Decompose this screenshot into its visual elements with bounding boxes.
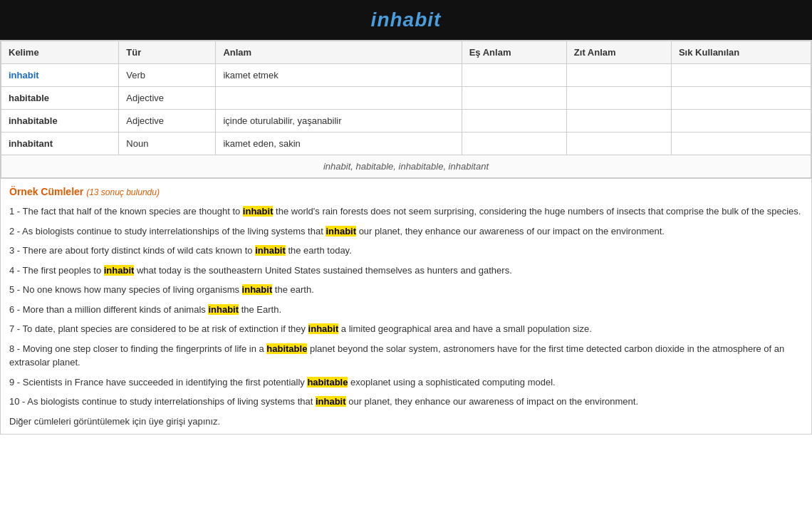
col-header-anlam: Anlam	[216, 41, 462, 64]
sentence-text: - There are about forty distinct kinds o…	[17, 245, 255, 256]
examples-header: Örnek Cümleler (13 sonuç bulundu)	[9, 186, 803, 197]
examples-list: 1 - The fact that half of the known spec…	[9, 204, 803, 409]
cell-word: inhabitable	[1, 110, 119, 132]
example-sentence: 7 - To date, plant species are considere…	[9, 322, 803, 336]
examples-title: Örnek Cümleler	[9, 186, 83, 197]
cell-type: Adjective	[119, 87, 216, 110]
highlighted-word: inhabit	[242, 284, 273, 295]
table-row: inhabitVerbikamet etmek	[1, 64, 811, 87]
cell-meaning: ikamet eden, sakin	[216, 132, 462, 155]
sentence-text: the Earth.	[239, 304, 281, 315]
dictionary-table: Kelime Tür Anlam Eş Anlam Zıt Anlam Sık …	[1, 41, 811, 178]
example-sentence: 6 - More than a million different kinds …	[9, 303, 803, 317]
word-text: inhabitant	[9, 138, 53, 149]
highlighted-word: inhabit	[104, 265, 135, 276]
cell-word[interactable]: inhabit	[1, 64, 119, 87]
col-header-zit-anlam: Zıt Anlam	[566, 41, 671, 64]
footer-note: Diğer cümleleri görüntülemek için üye gi…	[9, 416, 803, 427]
sentence-text: - No one knows how many species of livin…	[17, 284, 242, 295]
highlighted-word: inhabit	[255, 245, 286, 256]
cell-antonym	[566, 87, 671, 110]
cell-word: inhabitant	[1, 132, 119, 155]
sentence-text: - As biologists continue to study interr…	[22, 396, 316, 407]
sentence-text: - More than a million different kinds of…	[17, 304, 209, 315]
col-header-tur: Tür	[119, 41, 216, 64]
table-row: inhabitantNounikamet eden, sakin	[1, 132, 811, 155]
sentence-text: the world's rain forests does not seem s…	[273, 206, 801, 217]
highlighted-word: habitable	[266, 343, 307, 354]
example-sentence: 1 - The fact that half of the known spec…	[9, 204, 803, 219]
cell-antonym	[566, 64, 671, 87]
cell-meaning	[216, 87, 462, 110]
sentence-number: 6	[9, 304, 17, 315]
cell-common	[671, 87, 811, 110]
highlighted-word: inhabit	[243, 206, 274, 217]
cell-type: Noun	[119, 132, 216, 155]
example-sentence: 5 - No one knows how many species of liv…	[9, 283, 803, 297]
related-words-row: inhabit, habitable, inhabitable, inhabit…	[1, 155, 811, 178]
sentence-number: 10	[9, 396, 22, 407]
example-sentence: 3 - There are about forty distinct kinds…	[9, 244, 803, 258]
sentence-number: 1	[9, 206, 17, 217]
dictionary-table-wrapper: Kelime Tür Anlam Eş Anlam Zıt Anlam Sık …	[0, 40, 812, 179]
cell-common	[671, 132, 811, 155]
page-header: inhabit	[0, 0, 812, 40]
word-text: inhabitable	[9, 115, 58, 126]
sentence-number: 2	[9, 226, 17, 236]
cell-common	[671, 64, 811, 87]
sentence-number: 7	[9, 323, 17, 334]
col-header-sik: Sık Kullanılan	[671, 41, 811, 64]
table-header-row: Kelime Tür Anlam Eş Anlam Zıt Anlam Sık …	[1, 41, 811, 64]
example-sentence: 2 - As biologists continue to study inte…	[9, 224, 803, 239]
sentence-number: 9	[9, 377, 17, 388]
sentence-text: our planet, they enhance our awareness o…	[356, 226, 665, 236]
cell-synonym	[462, 87, 566, 110]
example-sentence: 8 - Moving one step closer to finding th…	[9, 342, 803, 370]
page-title: inhabit	[0, 9, 812, 31]
example-sentence: 10 - As biologists continue to study int…	[9, 395, 803, 409]
sentence-number: 5	[9, 284, 17, 295]
sentence-number: 8	[9, 343, 17, 354]
cell-word: habitable	[1, 87, 119, 110]
sentence-text: the earth today.	[286, 245, 352, 256]
cell-common	[671, 110, 811, 132]
highlighted-word: inhabit	[316, 396, 346, 407]
examples-count: (13 sonuç bulundu)	[86, 187, 160, 197]
cell-type: Adjective	[119, 110, 216, 132]
cell-meaning: içinde oturulabilir, yaşanabilir	[216, 110, 462, 132]
col-header-es-anlam: Eş Anlam	[462, 41, 566, 64]
sentence-text: the earth.	[272, 284, 314, 295]
sentence-text: exoplanet using a sophisticated computin…	[348, 377, 555, 388]
cell-type: Verb	[119, 64, 216, 87]
sentence-text: our planet, they enhance our awareness o…	[346, 396, 638, 407]
sentence-text: - As biologists continue to study interr…	[17, 226, 326, 236]
sentence-text: what today is the southeastern United St…	[134, 265, 511, 276]
sentence-text: - Moving one step closer to finding the …	[17, 343, 266, 354]
sentence-text: - To date, plant species are considered …	[17, 323, 308, 334]
table-row: inhabitableAdjectiveiçinde oturulabilir,…	[1, 110, 811, 132]
highlighted-word: habitable	[307, 377, 348, 388]
cell-meaning: ikamet etmek	[216, 64, 462, 87]
sentence-text: a limited geographical area and have a s…	[338, 323, 592, 334]
table-body: inhabitVerbikamet etmekhabitableAdjectiv…	[1, 64, 811, 178]
sentence-number: 3	[9, 245, 17, 256]
cell-antonym	[566, 132, 671, 155]
highlighted-word: inhabit	[208, 304, 239, 315]
cell-synonym	[462, 132, 566, 155]
sentence-text: - The fact that half of the known specie…	[17, 206, 243, 217]
example-sentence: 9 - Scientists in France have succeeded …	[9, 375, 803, 390]
table-row: habitableAdjective	[1, 87, 811, 110]
sentence-number: 4	[9, 265, 17, 276]
sentence-text: - The first peoples to	[17, 265, 104, 276]
cell-synonym	[462, 110, 566, 132]
sentence-text: - Scientists in France have succeeded in…	[17, 377, 308, 388]
example-sentence: 4 - The first peoples to inhabit what to…	[9, 264, 803, 278]
cell-synonym	[462, 64, 566, 87]
word-link[interactable]: inhabit	[9, 70, 39, 80]
related-words-cell: inhabit, habitable, inhabitable, inhabit…	[1, 155, 811, 178]
examples-section: Örnek Cümleler (13 sonuç bulundu) 1 - Th…	[0, 179, 812, 435]
highlighted-word: inhabit	[326, 226, 356, 236]
highlighted-word: inhabit	[308, 323, 339, 334]
word-text: habitable	[9, 93, 49, 103]
col-header-kelime: Kelime	[1, 41, 119, 64]
